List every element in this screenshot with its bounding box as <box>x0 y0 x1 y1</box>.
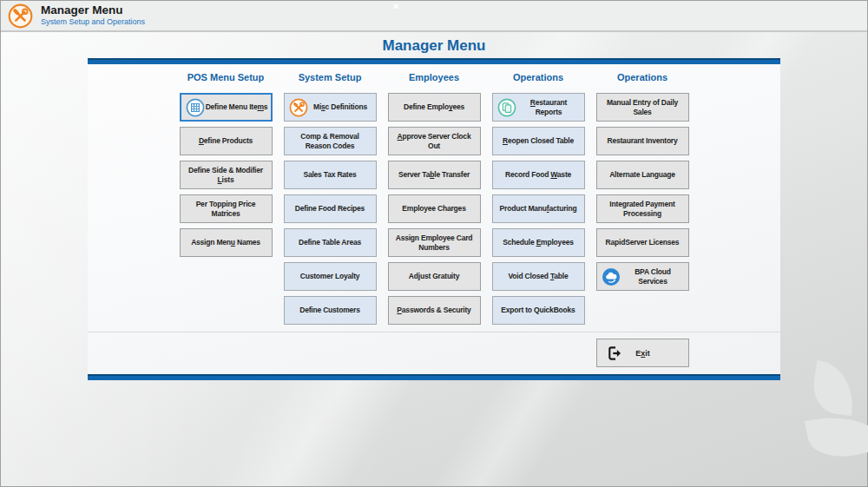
titleblock: Manager Menu System Setup and Operations <box>41 4 145 27</box>
button-label: Alternate Language <box>609 170 675 179</box>
button-schedule-employees[interactable]: Schedule Employees <box>492 228 585 257</box>
menu-column-operations-4: OperationsRestaurant ReportsReopen Close… <box>492 72 585 325</box>
main-area: Manager Menu POS Menu SetupDefine Menu I… <box>1 32 867 380</box>
button-customer-loyalty[interactable]: Customer Loyalty <box>284 262 377 291</box>
button-label: Manual Entry of Daily Sales <box>600 98 686 115</box>
menu-column-employees-3: EmployeesDefine EmployeesApprove Server … <box>388 72 481 325</box>
button-passwords-and-security[interactable]: Passwords & Security <box>388 296 481 325</box>
button-label: Comp & Removal Reason Codes <box>287 132 373 149</box>
button-approve-server-clock-out[interactable]: Approve Server Clock Out <box>388 127 481 155</box>
button-misc-definitions[interactable]: Misc Definitions <box>284 93 377 122</box>
button-adjust-gratuity[interactable]: Adjust Gratuity <box>388 262 481 291</box>
top-blue-rule <box>88 58 780 64</box>
button-sales-tax-rates[interactable]: Sales Tax Rates <box>284 161 377 189</box>
button-reopen-closed-table[interactable]: Reopen Closed Table <box>492 127 585 155</box>
button-define-food-recipes[interactable]: Define Food Recipes <box>284 194 377 223</box>
watermark-petal <box>805 406 868 464</box>
column-header: Employees <box>388 72 481 84</box>
button-assign-menu-names[interactable]: Assign Menu Names <box>180 228 273 257</box>
button-label: Exit <box>635 349 650 358</box>
button-define-employees[interactable]: Define Employees <box>388 93 481 122</box>
button-label: Adjust Gratuity <box>409 272 459 280</box>
button-label: Record Food Waste <box>505 170 571 179</box>
button-manual-entry-of-daily-sales[interactable]: Manual Entry of Daily Sales <box>596 93 689 122</box>
column-header: System Setup <box>284 72 377 84</box>
button-label: BPA Cloud Services <box>621 267 686 285</box>
button-export-to-quickbooks[interactable]: Export to QuickBooks <box>492 296 585 325</box>
button-label: Define Menu Items <box>206 102 268 111</box>
exit-icon <box>605 344 624 363</box>
button-restaurant-inventory[interactable]: Restaurant Inventory <box>596 127 689 155</box>
button-server-table-transfer[interactable]: Server Table Transfer <box>388 161 481 189</box>
button-rapidserver-licenses[interactable]: RapidServer Licenses <box>596 228 689 257</box>
exit-button[interactable]: Exit <box>596 339 689 367</box>
app-logo-tools-icon <box>8 3 33 29</box>
button-label: Integrated Payment Processing <box>600 200 686 217</box>
button-label: Approve Server Clock Out <box>391 132 477 149</box>
button-integrated-payment-processing[interactable]: Integrated Payment Processing <box>596 194 689 223</box>
button-label: Server Table Transfer <box>398 170 470 179</box>
button-label: Product Manufacturing <box>500 204 577 213</box>
button-employee-charges[interactable]: Employee Charges <box>388 194 481 223</box>
bottom-blue-rule <box>88 374 780 380</box>
button-label: Employee Charges <box>402 204 465 213</box>
button-define-menu-items[interactable]: Define Menu Items <box>180 93 273 122</box>
exit-row: Exit <box>88 332 780 374</box>
button-label: Reopen Closed Table <box>503 136 574 145</box>
column-header: POS Menu Setup <box>180 72 273 84</box>
button-label: Export to QuickBooks <box>501 306 575 314</box>
button-label: Schedule Employees <box>503 238 573 247</box>
tools-icon <box>289 98 308 117</box>
button-comp-and-removal-reason-codes[interactable]: Comp & Removal Reason Codes <box>284 127 377 155</box>
column-header: Operations <box>492 72 585 84</box>
menu-column-operations-5: OperationsManual Entry of Daily SalesRes… <box>596 72 689 325</box>
button-label: Passwords & Security <box>397 306 470 314</box>
button-label: Assign Employee Card Numbers <box>391 234 477 251</box>
button-define-products[interactable]: Define Products <box>180 127 273 155</box>
button-assign-employee-card-numbers[interactable]: Assign Employee Card Numbers <box>388 228 481 257</box>
menu-columns: POS Menu SetupDefine Menu ItemsDefine Pr… <box>88 64 780 325</box>
button-label: Restaurant Inventory <box>607 136 677 145</box>
button-label: Define Employees <box>404 102 464 111</box>
menu-column-system-setup-2: System SetupMisc DefinitionsComp & Remov… <box>284 72 377 325</box>
button-define-side-and-modifier-lists[interactable]: Define Side & Modifier Lists <box>180 161 273 189</box>
menu-grid-icon <box>186 98 205 117</box>
reports-icon <box>497 98 516 117</box>
button-label: Restaurant Reports <box>516 98 582 115</box>
button-restaurant-reports[interactable]: Restaurant Reports <box>492 93 585 122</box>
column-header: Operations <box>596 72 689 84</box>
menu-column-pos-menu-setup-1: POS Menu SetupDefine Menu ItemsDefine Pr… <box>180 72 273 325</box>
button-label: RapidServer Licenses <box>606 238 680 247</box>
page-title: Manager Menu <box>1 32 867 58</box>
app-title: Manager Menu <box>41 4 145 16</box>
close-icon[interactable]: × <box>393 1 398 11</box>
button-define-table-areas[interactable]: Define Table Areas <box>284 228 377 257</box>
button-label: Define Food Recipes <box>295 204 365 213</box>
app-subtitle: System Setup and Operations <box>41 18 145 26</box>
menu-panel: POS Menu SetupDefine Menu ItemsDefine Pr… <box>88 64 780 374</box>
button-label: Per Topping Price Matrices <box>183 200 269 217</box>
button-label: Define Products <box>199 136 253 145</box>
cloud-icon <box>602 267 621 286</box>
button-label: Customer Loyalty <box>300 272 360 280</box>
manager-menu-window: Manager Menu System Setup and Operations… <box>0 0 868 487</box>
button-per-topping-price-matrices[interactable]: Per Topping Price Matrices <box>180 194 273 223</box>
button-alternate-language[interactable]: Alternate Language <box>596 161 689 189</box>
button-label: Define Side & Modifier Lists <box>183 166 269 183</box>
button-label: Assign Menu Names <box>191 238 260 247</box>
button-label: Define Customers <box>299 306 360 314</box>
button-label: Misc Definitions <box>313 102 367 111</box>
button-void-closed-table[interactable]: Void Closed Table <box>492 262 585 291</box>
button-define-customers[interactable]: Define Customers <box>284 296 377 325</box>
content: POS Menu SetupDefine Menu ItemsDefine Pr… <box>88 58 780 380</box>
button-label: Void Closed Table <box>508 272 568 280</box>
button-product-manufacturing[interactable]: Product Manufacturing <box>492 194 585 223</box>
button-label: Sales Tax Rates <box>303 170 356 179</box>
button-bpa-cloud-services[interactable]: BPA Cloud Services <box>596 262 689 291</box>
button-label: Define Table Areas <box>299 238 361 247</box>
titlebar: Manager Menu System Setup and Operations… <box>1 1 867 32</box>
button-record-food-waste[interactable]: Record Food Waste <box>492 161 585 189</box>
